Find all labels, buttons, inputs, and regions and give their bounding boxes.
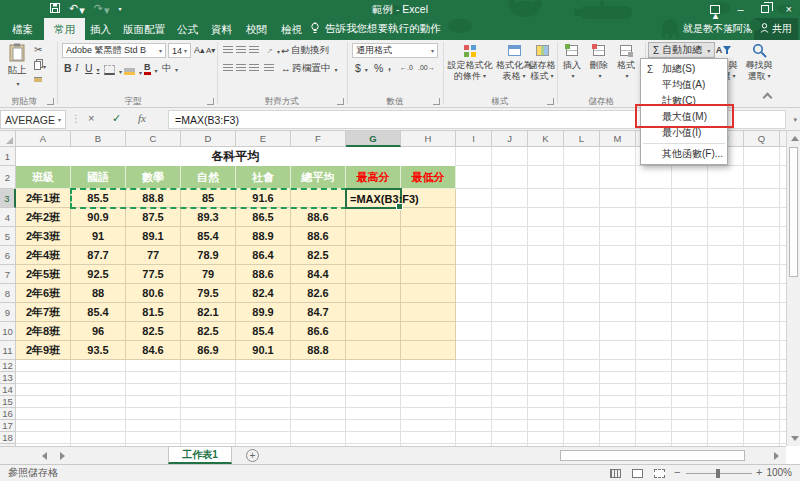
data-cell[interactable]: 88 bbox=[71, 284, 126, 303]
scroll-down-icon[interactable] bbox=[791, 436, 799, 441]
data-cell[interactable] bbox=[401, 265, 456, 284]
data-cell[interactable]: 84.6 bbox=[126, 341, 181, 360]
cell[interactable] bbox=[456, 265, 492, 284]
cell[interactable] bbox=[528, 284, 564, 303]
data-cell[interactable]: 92.5 bbox=[71, 265, 126, 284]
cell[interactable] bbox=[600, 432, 636, 444]
cell[interactable] bbox=[456, 322, 492, 341]
cell[interactable] bbox=[346, 408, 401, 420]
cell[interactable] bbox=[181, 408, 236, 420]
row-header[interactable]: 3 bbox=[0, 189, 16, 208]
cell[interactable] bbox=[564, 360, 600, 372]
cell[interactable] bbox=[708, 372, 744, 384]
cell[interactable] bbox=[492, 166, 528, 189]
column-header[interactable]: E bbox=[236, 131, 291, 147]
cell[interactable] bbox=[456, 246, 492, 265]
cell[interactable] bbox=[236, 420, 291, 432]
find-select-button[interactable]: 尋找與 選取 bbox=[740, 42, 778, 82]
data-cell[interactable]: 91 bbox=[71, 227, 126, 246]
cell[interactable] bbox=[744, 372, 780, 384]
data-cell[interactable]: 2年9班 bbox=[16, 341, 71, 360]
data-cell[interactable]: 86.9 bbox=[181, 341, 236, 360]
cell[interactable] bbox=[16, 432, 71, 444]
data-cell[interactable]: 89.3 bbox=[181, 208, 236, 227]
cell[interactable] bbox=[528, 147, 564, 166]
data-cell[interactable]: 85.4 bbox=[71, 303, 126, 322]
row-header[interactable]: 17 bbox=[0, 420, 16, 432]
cell[interactable] bbox=[291, 432, 346, 444]
indent-icons[interactable] bbox=[264, 64, 274, 71]
cell[interactable] bbox=[564, 303, 600, 322]
data-cell[interactable]: 80.6 bbox=[126, 284, 181, 303]
row-header[interactable]: 2 bbox=[0, 166, 16, 189]
row-header[interactable]: 5 bbox=[0, 227, 16, 246]
cell[interactable] bbox=[636, 166, 672, 189]
data-cell[interactable]: 2年2班 bbox=[16, 208, 71, 227]
cell[interactable] bbox=[672, 246, 708, 265]
cell[interactable] bbox=[291, 372, 346, 384]
data-cell[interactable] bbox=[401, 284, 456, 303]
row-header[interactable]: 6 bbox=[0, 246, 16, 265]
cell[interactable] bbox=[564, 227, 600, 246]
cell[interactable] bbox=[126, 408, 181, 420]
cell[interactable] bbox=[564, 246, 600, 265]
row-header[interactable]: 11 bbox=[0, 341, 16, 360]
data-cell[interactable] bbox=[401, 303, 456, 322]
cell[interactable] bbox=[16, 384, 71, 396]
data-cell[interactable]: 82.6 bbox=[291, 284, 346, 303]
cell[interactable] bbox=[528, 189, 564, 208]
active-cell-editor[interactable]: =MAX(B3:F3) bbox=[345, 188, 402, 209]
data-cell[interactable]: 96 bbox=[71, 322, 126, 341]
font-color-icon[interactable]: B bbox=[144, 63, 158, 75]
share-button[interactable]: 共用 bbox=[754, 18, 798, 40]
user-name[interactable]: 就是教不落阿湯 bbox=[683, 18, 753, 40]
merge-center-button[interactable]: ↔跨欄置中 bbox=[281, 62, 338, 75]
cell[interactable] bbox=[492, 189, 528, 208]
name-box-dropdown-icon[interactable]: ▾ bbox=[58, 116, 61, 123]
data-cell[interactable]: 90.1 bbox=[236, 341, 291, 360]
scroll-right-icon[interactable] bbox=[774, 452, 779, 460]
cell[interactable] bbox=[600, 384, 636, 396]
cell[interactable] bbox=[744, 322, 780, 341]
cell[interactable] bbox=[744, 360, 780, 372]
cell[interactable] bbox=[456, 360, 492, 372]
dialog-launcher-icon[interactable] bbox=[547, 98, 554, 105]
zoom-slider-thumb[interactable] bbox=[716, 469, 720, 478]
cell[interactable] bbox=[16, 408, 71, 420]
align-middle-icon[interactable] bbox=[236, 46, 246, 53]
dialog-launcher-icon[interactable] bbox=[207, 98, 214, 105]
italic-button[interactable]: I bbox=[75, 62, 79, 73]
cell[interactable] bbox=[672, 420, 708, 432]
dialog-launcher-icon[interactable] bbox=[47, 98, 54, 105]
data-cell[interactable]: 2年6班 bbox=[16, 284, 71, 303]
cell[interactable] bbox=[528, 420, 564, 432]
cell[interactable] bbox=[236, 396, 291, 408]
cell[interactable] bbox=[600, 227, 636, 246]
cell[interactable] bbox=[456, 166, 492, 189]
cell[interactable] bbox=[528, 166, 564, 189]
sheet-tab[interactable]: 工作表1 bbox=[168, 447, 232, 464]
cell[interactable] bbox=[492, 384, 528, 396]
number-format-select[interactable]: 通用格式▾ bbox=[352, 43, 438, 58]
cell[interactable] bbox=[636, 322, 672, 341]
cell[interactable] bbox=[708, 227, 744, 246]
data-cell[interactable]: 82.4 bbox=[236, 284, 291, 303]
column-header[interactable]: J bbox=[492, 131, 528, 147]
cell[interactable] bbox=[456, 147, 492, 166]
table-header-cell[interactable]: 班級 bbox=[16, 166, 71, 189]
cell[interactable] bbox=[401, 408, 456, 420]
table-header-cell[interactable]: 自然 bbox=[181, 166, 236, 189]
data-cell[interactable]: 2年7班 bbox=[16, 303, 71, 322]
cell[interactable] bbox=[636, 265, 672, 284]
cell[interactable] bbox=[672, 432, 708, 444]
cell[interactable] bbox=[564, 384, 600, 396]
cell[interactable] bbox=[744, 227, 780, 246]
cell[interactable] bbox=[600, 396, 636, 408]
cell[interactable] bbox=[636, 246, 672, 265]
autosum-menu-item[interactable]: 平均值(A) bbox=[641, 77, 727, 93]
cell[interactable] bbox=[456, 420, 492, 432]
vertical-scrollbar[interactable] bbox=[786, 131, 800, 446]
dialog-launcher-icon[interactable] bbox=[433, 98, 440, 105]
cell[interactable] bbox=[71, 360, 126, 372]
cell[interactable] bbox=[236, 384, 291, 396]
